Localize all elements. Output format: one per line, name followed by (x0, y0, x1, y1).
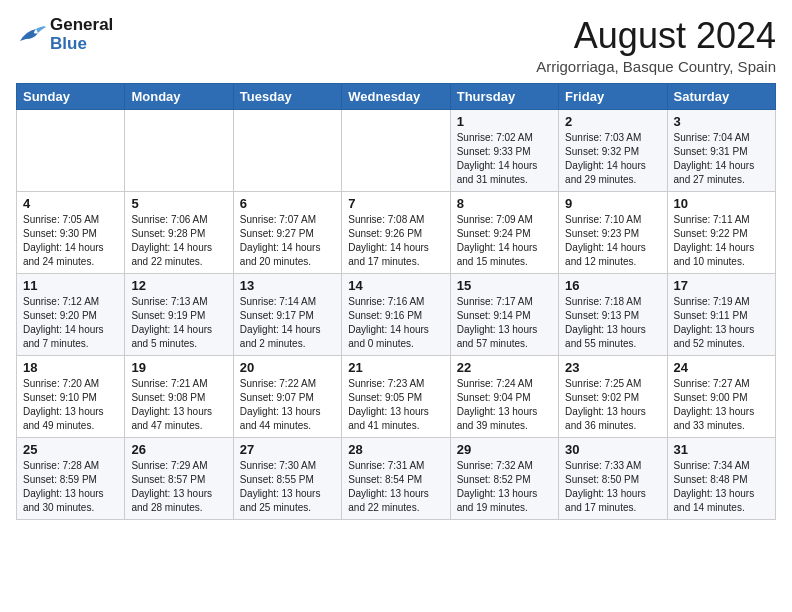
weekday-header: Wednesday (342, 83, 450, 109)
day-info: Sunrise: 7:10 AM Sunset: 9:23 PM Dayligh… (565, 213, 660, 269)
calendar-cell: 1Sunrise: 7:02 AM Sunset: 9:33 PM Daylig… (450, 109, 558, 191)
day-info: Sunrise: 7:29 AM Sunset: 8:57 PM Dayligh… (131, 459, 226, 515)
weekday-header: Sunday (17, 83, 125, 109)
calendar-cell: 18Sunrise: 7:20 AM Sunset: 9:10 PM Dayli… (17, 355, 125, 437)
day-number: 30 (565, 442, 660, 457)
day-info: Sunrise: 7:13 AM Sunset: 9:19 PM Dayligh… (131, 295, 226, 351)
calendar-cell: 16Sunrise: 7:18 AM Sunset: 9:13 PM Dayli… (559, 273, 667, 355)
day-info: Sunrise: 7:20 AM Sunset: 9:10 PM Dayligh… (23, 377, 118, 433)
calendar-cell: 6Sunrise: 7:07 AM Sunset: 9:27 PM Daylig… (233, 191, 341, 273)
weekday-header: Friday (559, 83, 667, 109)
calendar-cell: 11Sunrise: 7:12 AM Sunset: 9:20 PM Dayli… (17, 273, 125, 355)
calendar-header-row: SundayMondayTuesdayWednesdayThursdayFrid… (17, 83, 776, 109)
calendar-cell: 2Sunrise: 7:03 AM Sunset: 9:32 PM Daylig… (559, 109, 667, 191)
calendar-cell: 29Sunrise: 7:32 AM Sunset: 8:52 PM Dayli… (450, 437, 558, 519)
day-number: 22 (457, 360, 552, 375)
day-info: Sunrise: 7:18 AM Sunset: 9:13 PM Dayligh… (565, 295, 660, 351)
calendar-cell: 14Sunrise: 7:16 AM Sunset: 9:16 PM Dayli… (342, 273, 450, 355)
day-info: Sunrise: 7:12 AM Sunset: 9:20 PM Dayligh… (23, 295, 118, 351)
day-info: Sunrise: 7:30 AM Sunset: 8:55 PM Dayligh… (240, 459, 335, 515)
calendar-cell: 20Sunrise: 7:22 AM Sunset: 9:07 PM Dayli… (233, 355, 341, 437)
day-number: 9 (565, 196, 660, 211)
logo: General Blue (16, 16, 113, 53)
weekday-header: Monday (125, 83, 233, 109)
day-info: Sunrise: 7:23 AM Sunset: 9:05 PM Dayligh… (348, 377, 443, 433)
calendar-cell: 5Sunrise: 7:06 AM Sunset: 9:28 PM Daylig… (125, 191, 233, 273)
day-number: 13 (240, 278, 335, 293)
day-info: Sunrise: 7:21 AM Sunset: 9:08 PM Dayligh… (131, 377, 226, 433)
day-number: 14 (348, 278, 443, 293)
calendar-cell (233, 109, 341, 191)
day-info: Sunrise: 7:14 AM Sunset: 9:17 PM Dayligh… (240, 295, 335, 351)
calendar-cell: 4Sunrise: 7:05 AM Sunset: 9:30 PM Daylig… (17, 191, 125, 273)
calendar-cell: 28Sunrise: 7:31 AM Sunset: 8:54 PM Dayli… (342, 437, 450, 519)
day-number: 1 (457, 114, 552, 129)
weekday-header: Saturday (667, 83, 775, 109)
logo-icon (16, 23, 46, 47)
calendar-cell: 9Sunrise: 7:10 AM Sunset: 9:23 PM Daylig… (559, 191, 667, 273)
calendar-cell: 17Sunrise: 7:19 AM Sunset: 9:11 PM Dayli… (667, 273, 775, 355)
calendar-subtitle: Arrigorriaga, Basque Country, Spain (536, 58, 776, 75)
day-number: 3 (674, 114, 769, 129)
calendar-cell: 27Sunrise: 7:30 AM Sunset: 8:55 PM Dayli… (233, 437, 341, 519)
title-block: August 2024 Arrigorriaga, Basque Country… (536, 16, 776, 75)
calendar-cell: 26Sunrise: 7:29 AM Sunset: 8:57 PM Dayli… (125, 437, 233, 519)
day-info: Sunrise: 7:09 AM Sunset: 9:24 PM Dayligh… (457, 213, 552, 269)
calendar-cell (125, 109, 233, 191)
day-number: 23 (565, 360, 660, 375)
calendar-cell: 21Sunrise: 7:23 AM Sunset: 9:05 PM Dayli… (342, 355, 450, 437)
calendar-week-row: 18Sunrise: 7:20 AM Sunset: 9:10 PM Dayli… (17, 355, 776, 437)
calendar-cell: 30Sunrise: 7:33 AM Sunset: 8:50 PM Dayli… (559, 437, 667, 519)
day-number: 4 (23, 196, 118, 211)
day-info: Sunrise: 7:24 AM Sunset: 9:04 PM Dayligh… (457, 377, 552, 433)
calendar-cell: 31Sunrise: 7:34 AM Sunset: 8:48 PM Dayli… (667, 437, 775, 519)
day-number: 17 (674, 278, 769, 293)
day-number: 18 (23, 360, 118, 375)
calendar-cell: 13Sunrise: 7:14 AM Sunset: 9:17 PM Dayli… (233, 273, 341, 355)
day-info: Sunrise: 7:02 AM Sunset: 9:33 PM Dayligh… (457, 131, 552, 187)
calendar-cell: 23Sunrise: 7:25 AM Sunset: 9:02 PM Dayli… (559, 355, 667, 437)
day-number: 16 (565, 278, 660, 293)
day-number: 29 (457, 442, 552, 457)
day-info: Sunrise: 7:32 AM Sunset: 8:52 PM Dayligh… (457, 459, 552, 515)
calendar-cell: 22Sunrise: 7:24 AM Sunset: 9:04 PM Dayli… (450, 355, 558, 437)
day-number: 28 (348, 442, 443, 457)
day-number: 6 (240, 196, 335, 211)
calendar-week-row: 25Sunrise: 7:28 AM Sunset: 8:59 PM Dayli… (17, 437, 776, 519)
calendar-cell: 12Sunrise: 7:13 AM Sunset: 9:19 PM Dayli… (125, 273, 233, 355)
day-number: 20 (240, 360, 335, 375)
day-info: Sunrise: 7:08 AM Sunset: 9:26 PM Dayligh… (348, 213, 443, 269)
calendar-week-row: 4Sunrise: 7:05 AM Sunset: 9:30 PM Daylig… (17, 191, 776, 273)
day-number: 15 (457, 278, 552, 293)
calendar-cell (342, 109, 450, 191)
calendar-week-row: 11Sunrise: 7:12 AM Sunset: 9:20 PM Dayli… (17, 273, 776, 355)
calendar-week-row: 1Sunrise: 7:02 AM Sunset: 9:33 PM Daylig… (17, 109, 776, 191)
logo-line2: Blue (50, 35, 113, 54)
day-info: Sunrise: 7:27 AM Sunset: 9:00 PM Dayligh… (674, 377, 769, 433)
day-info: Sunrise: 7:34 AM Sunset: 8:48 PM Dayligh… (674, 459, 769, 515)
calendar-cell: 8Sunrise: 7:09 AM Sunset: 9:24 PM Daylig… (450, 191, 558, 273)
calendar-cell: 25Sunrise: 7:28 AM Sunset: 8:59 PM Dayli… (17, 437, 125, 519)
calendar-cell: 19Sunrise: 7:21 AM Sunset: 9:08 PM Dayli… (125, 355, 233, 437)
day-number: 2 (565, 114, 660, 129)
day-number: 10 (674, 196, 769, 211)
day-number: 19 (131, 360, 226, 375)
day-info: Sunrise: 7:28 AM Sunset: 8:59 PM Dayligh… (23, 459, 118, 515)
weekday-header: Thursday (450, 83, 558, 109)
day-number: 11 (23, 278, 118, 293)
day-info: Sunrise: 7:06 AM Sunset: 9:28 PM Dayligh… (131, 213, 226, 269)
day-number: 31 (674, 442, 769, 457)
calendar-cell: 10Sunrise: 7:11 AM Sunset: 9:22 PM Dayli… (667, 191, 775, 273)
day-number: 21 (348, 360, 443, 375)
day-number: 8 (457, 196, 552, 211)
calendar-title: August 2024 (536, 16, 776, 56)
day-number: 24 (674, 360, 769, 375)
day-info: Sunrise: 7:19 AM Sunset: 9:11 PM Dayligh… (674, 295, 769, 351)
calendar-table: SundayMondayTuesdayWednesdayThursdayFrid… (16, 83, 776, 520)
day-info: Sunrise: 7:11 AM Sunset: 9:22 PM Dayligh… (674, 213, 769, 269)
day-number: 25 (23, 442, 118, 457)
day-info: Sunrise: 7:16 AM Sunset: 9:16 PM Dayligh… (348, 295, 443, 351)
page-header: General Blue August 2024 Arrigorriaga, B… (16, 16, 776, 75)
day-info: Sunrise: 7:31 AM Sunset: 8:54 PM Dayligh… (348, 459, 443, 515)
calendar-cell: 3Sunrise: 7:04 AM Sunset: 9:31 PM Daylig… (667, 109, 775, 191)
